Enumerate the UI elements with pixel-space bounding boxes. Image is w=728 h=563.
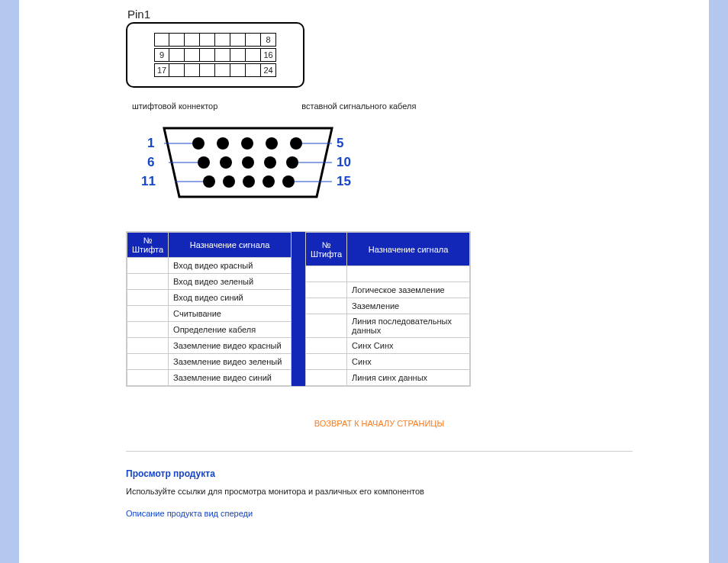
right-stripe: [709, 0, 728, 563]
table-row: Заземление: [306, 298, 470, 314]
vga-pin-1: 1: [147, 136, 154, 151]
svg-point-14: [263, 175, 275, 188]
svg-point-9: [264, 156, 276, 169]
th-sig-left: Назначение сигнала: [169, 233, 292, 258]
table-row: Вход видео синий: [127, 290, 292, 306]
vga-pin-5: 5: [337, 136, 343, 151]
vga-connector-figure: 1 5 6 10 11 15: [141, 124, 355, 201]
table-row: Линия последовательных данных: [306, 314, 470, 338]
left-stripe: [0, 0, 19, 563]
table-row: Заземление видео зеленый: [127, 354, 292, 370]
svg-point-8: [242, 156, 254, 169]
table-row: Линия синх данных: [306, 370, 470, 386]
table-row: Логическое заземление: [306, 282, 470, 298]
table-row: Вход видео зеленый: [127, 274, 292, 290]
product-view-heading: Просмотр продукта: [126, 468, 633, 479]
table-row: Вход видео красный: [127, 258, 292, 274]
svg-point-11: [203, 175, 215, 188]
table-row: Заземление видео красный: [127, 338, 292, 354]
dvi-pin-17: 17: [154, 63, 169, 77]
dvi-pin-9: 9: [154, 48, 169, 62]
vga-pin-11: 11: [141, 174, 156, 189]
svg-point-2: [217, 137, 229, 150]
front-view-link[interactable]: Описание продукта вид спереди: [126, 509, 253, 518]
th-pin-left: № Штифта: [127, 233, 169, 258]
table-divider: [292, 232, 305, 386]
pin1-label: Pin1: [127, 8, 633, 21]
dvi-outline: 8 9 16 17 24: [126, 22, 304, 88]
vga-pin-15: 15: [337, 174, 351, 189]
table-row: Определение кабеля: [127, 322, 292, 338]
table-row: Заземление видео синий: [127, 370, 292, 386]
table-row: Синх Синх: [306, 338, 470, 354]
divider: [126, 451, 633, 452]
table-row: Считывание: [127, 306, 292, 322]
th-sig-right: Назначение сигнала: [347, 233, 470, 266]
svg-point-10: [286, 156, 298, 169]
dvi-pin-24: 24: [261, 63, 276, 77]
svg-point-3: [241, 137, 253, 150]
svg-point-4: [266, 137, 278, 150]
vga-pin-10: 10: [337, 155, 351, 170]
table-row: Синх: [306, 354, 470, 370]
vga-pin-6: 6: [147, 155, 154, 170]
right-gutter: [640, 0, 709, 563]
dsub-caption-right: вставной сигнального кабеля: [301, 101, 416, 111]
pin-table-right: № Штифта Назначение сигнала Логическое з…: [305, 232, 470, 386]
dvi-pin-16: 16: [261, 48, 276, 62]
content-area: Pin1 8 9 16 17 24: [118, 0, 640, 563]
dsub-caption-left: штифтовой коннектор: [132, 101, 217, 111]
svg-point-13: [243, 175, 255, 188]
pin-table: № Штифта Назначение сигнала Вход видео к…: [126, 231, 471, 387]
svg-point-6: [198, 156, 210, 169]
left-gutter: [19, 0, 118, 563]
svg-point-5: [290, 137, 302, 150]
dvi-connector-figure: Pin1 8 9 16 17 24: [126, 8, 633, 88]
pin-table-left: № Штифта Назначение сигнала Вход видео к…: [127, 232, 292, 386]
th-pin-right: № Штифта: [306, 233, 347, 266]
svg-point-12: [223, 175, 235, 188]
dvi-pin-8: 8: [261, 33, 276, 47]
svg-point-15: [282, 175, 295, 188]
back-to-top-link[interactable]: ВОЗВРАТ К НАЧАЛУ СТРАНИЦЫ: [126, 419, 633, 428]
product-view-text: Используйте ссылки для просмотра монитор…: [126, 487, 633, 496]
dsub-caption: штифтовой коннектор вставной сигнального…: [132, 101, 633, 111]
svg-point-7: [220, 156, 232, 169]
table-row: [306, 266, 470, 282]
svg-point-1: [192, 137, 205, 150]
